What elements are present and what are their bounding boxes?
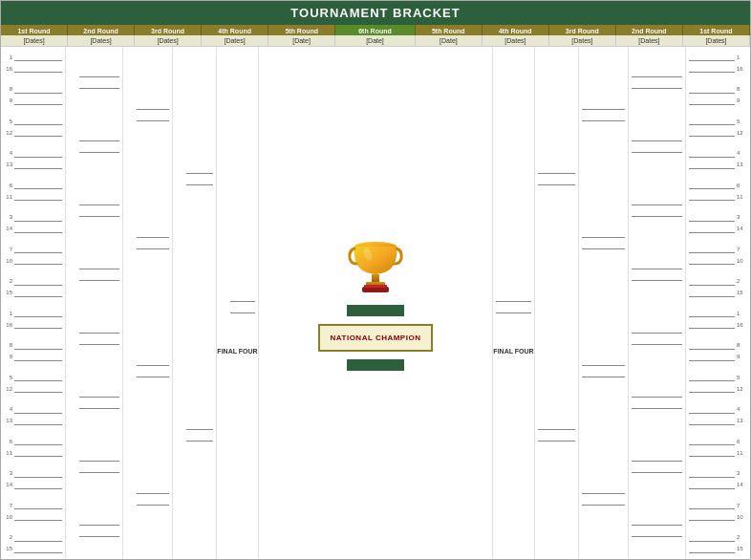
match-l1-9: 1 16 (1, 303, 65, 335)
final-four-right-label: FINAL FOUR (493, 348, 533, 355)
match-r2-8 (629, 495, 685, 559)
match-l3-1 (123, 47, 172, 175)
champion-label: NATIONAL CHAMPION (331, 334, 421, 342)
date-r3: [Dates] (549, 35, 616, 46)
match-l3-2 (123, 175, 172, 303)
match-l2-4 (66, 239, 122, 303)
match-r4-1 (535, 47, 578, 303)
match-r1-5: 6 11 (686, 175, 750, 207)
match-r1-12: 4 13 (686, 399, 750, 432)
match-r1-15: 7 10 (686, 495, 750, 528)
svg-rect-4 (364, 285, 387, 288)
match-l1-13: 6 11 (1, 431, 65, 463)
match-r2-3 (629, 175, 685, 239)
match-l1-2: 8 9 (1, 79, 65, 112)
match-l1-16: 2 15 (1, 528, 65, 560)
right-bracket: 1 16 8 9 5 12 4 13 6 11 (450, 47, 751, 559)
match-l4-2 (173, 303, 216, 559)
match-l1-6: 3 14 (1, 207, 65, 240)
match-l1-3: 5 12 (1, 111, 65, 143)
match-r1-10: 8 9 (686, 335, 750, 368)
round-header-r3: 3rd Round (549, 25, 616, 35)
round-header-l3: 3rd Round (135, 25, 202, 35)
date-l3: [Dates] (135, 35, 202, 46)
center-panel: NATIONAL CHAMPION (302, 47, 450, 559)
round-headers: 1st Round 2nd Round 3rd Round 4th Round … (1, 25, 750, 35)
match-r1-7: 7 10 (686, 239, 750, 271)
left-bracket: 1 16 8 9 5 12 4 13 6 11 (1, 47, 302, 559)
match-r2-7 (629, 431, 685, 495)
match-l5-1 (217, 47, 258, 559)
match-l3-4 (123, 431, 172, 559)
page-title: TOURNAMENT BRACKET (290, 6, 460, 20)
match-r1-16: 2 15 (686, 528, 750, 560)
match-l1-15: 7 10 (1, 495, 65, 528)
match-l2-8 (66, 495, 122, 559)
match-l2-7 (66, 431, 122, 495)
match-l1-11: 5 12 (1, 367, 65, 399)
match-r1-6: 3 14 (686, 207, 750, 240)
match-r3-2 (579, 175, 628, 303)
match-l3-3 (123, 303, 172, 431)
round-header-l5: 5th Round (268, 25, 335, 35)
date-r2: [Dates] (483, 35, 549, 46)
match-r2-5 (629, 303, 685, 367)
right-r3 (578, 47, 628, 559)
right-r4 (534, 47, 578, 559)
match-r1-9: 1 16 (686, 303, 750, 335)
match-r1-2: 8 9 (686, 79, 750, 112)
match-l1-4: 4 13 (1, 143, 65, 176)
match-r3-4 (579, 431, 628, 559)
match-r2-1 (629, 47, 685, 111)
match-r3-1 (579, 47, 628, 175)
semi-slot-top (347, 305, 404, 316)
right-r5: FINAL FOUR (492, 47, 534, 559)
match-r1-8: 2 15 (686, 271, 750, 304)
round-header-l2: 2nd Round (68, 25, 135, 35)
match-l1-1: 1 16 (1, 47, 65, 79)
left-r5: FINAL FOUR (217, 47, 259, 559)
match-r5-1 (493, 47, 534, 559)
round-header-center: 6th Round (335, 25, 415, 35)
left-r4 (173, 47, 217, 559)
match-l2-2 (66, 111, 122, 175)
match-l4-1 (173, 47, 216, 303)
date-r5: [Dates] (683, 35, 750, 46)
match-r1-11: 5 12 (686, 367, 750, 399)
round-header-l1: 1st Round (1, 25, 68, 35)
match-r1-14: 3 14 (686, 463, 750, 496)
match-r3-3 (579, 303, 628, 431)
round-header-r5: 1st Round (683, 25, 750, 35)
right-r2 (628, 47, 685, 559)
date-l1: [Dates] (1, 35, 68, 46)
match-r4-2 (535, 303, 578, 559)
date-headers: [Dates] [Dates] [Dates] [Dates] [Date] [… (1, 35, 750, 47)
match-l1-12: 4 13 (1, 399, 65, 432)
match-l1-8: 2 15 (1, 271, 65, 304)
match-r2-6 (629, 367, 685, 431)
right-r1: 1 16 8 9 5 12 4 13 6 11 (685, 47, 750, 559)
round-header-l4: 4th Round (202, 25, 268, 35)
match-l1-10: 8 9 (1, 335, 65, 368)
round-header-r1: 5th Round (416, 25, 483, 35)
page: TOURNAMENT BRACKET 1st Round 2nd Round 3… (0, 0, 751, 560)
final-four-left-label: FINAL FOUR (217, 348, 257, 355)
date-l5: [Date] (268, 35, 335, 46)
date-r1: [Date] (416, 35, 483, 46)
bracket-body: 1 16 8 9 5 12 4 13 6 11 (1, 47, 750, 559)
round-header-r2: 4th Round (483, 25, 549, 35)
match-r2-2 (629, 111, 685, 175)
match-l1-5: 6 11 (1, 175, 65, 207)
svg-rect-1 (372, 274, 379, 282)
date-r4: [Dates] (616, 35, 683, 46)
round-header-r4: 2nd Round (616, 25, 683, 35)
left-r1: 1 16 8 9 5 12 4 13 6 11 (1, 47, 66, 559)
trophy-icon (347, 233, 404, 299)
title-bar: TOURNAMENT BRACKET (1, 1, 750, 25)
match-r1-4: 4 13 (686, 143, 750, 176)
semi-slot-bottom (347, 359, 404, 371)
match-l2-6 (66, 367, 122, 431)
match-l1-7: 7 10 (1, 239, 65, 271)
left-r2 (66, 47, 123, 559)
left-r3 (123, 47, 173, 559)
